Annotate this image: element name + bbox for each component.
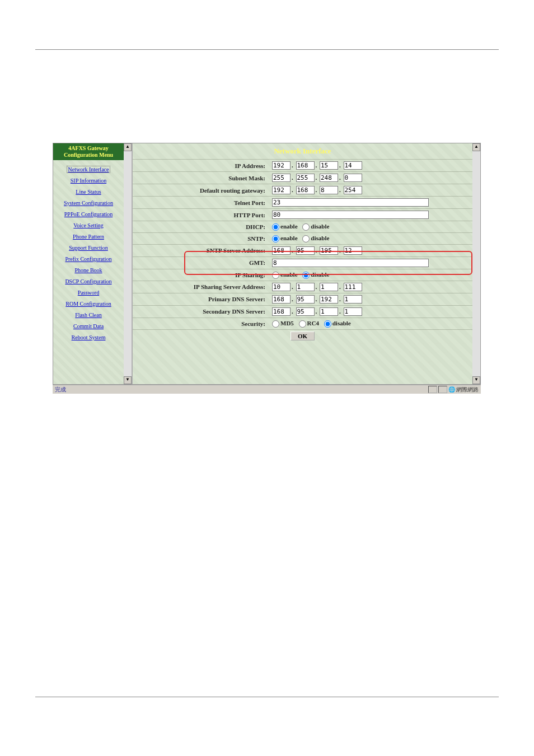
pdns-octet-4[interactable]: [344, 295, 362, 304]
status-cell: [438, 386, 447, 393]
status-left: 完成: [55, 386, 66, 394]
sntp-octet-1[interactable]: [272, 246, 291, 255]
sntp-octet-2[interactable]: [296, 246, 315, 255]
sidebar-item-pppoe-configuration[interactable]: PPPoE Configuration: [53, 211, 124, 217]
sidebar-link[interactable]: Phone Book: [74, 267, 102, 273]
sidebar-item-support-function[interactable]: Support Function: [53, 245, 124, 251]
sidebar-item-password[interactable]: Password: [53, 290, 124, 296]
ipshare-octet-3[interactable]: [320, 283, 338, 291]
sidebar-item-commit-data[interactable]: Commit Data: [53, 323, 124, 329]
scroll-down-icon[interactable]: ▼: [124, 376, 132, 384]
security-md5-radio[interactable]: [272, 320, 279, 328]
gateway-octet-2[interactable]: [296, 186, 315, 194]
sntp-octet-3[interactable]: [320, 246, 338, 255]
sntp-enable-radio[interactable]: [272, 235, 279, 242]
globe-icon: 🌐: [448, 386, 455, 393]
ip-sharing-label: IP Sharing:: [133, 269, 270, 281]
sidebar-item-dscp-configuration[interactable]: DSCP Configuration: [53, 278, 124, 284]
sdns-octet-1[interactable]: [272, 307, 291, 316]
sidebar-item-network-interface[interactable]: Network Interface: [53, 166, 124, 172]
sidebar-link[interactable]: Flash Clean: [75, 312, 102, 318]
sidebar-header: 4AFXS Gateway Configuration Menu: [53, 143, 124, 160]
ip-address-octet-3[interactable]: [320, 161, 338, 170]
sntp-octet-4[interactable]: [344, 246, 362, 255]
status-cell: [428, 386, 437, 393]
sidebar-link[interactable]: ROM Configuration: [65, 301, 111, 307]
ipshare-octet-1[interactable]: [272, 283, 291, 291]
gateway-octet-4[interactable]: [344, 186, 362, 194]
sidebar-link[interactable]: Support Function: [69, 245, 108, 251]
pdns-octet-3[interactable]: [320, 295, 338, 304]
gateway-octet-1[interactable]: [272, 186, 291, 194]
main-scrollbar[interactable]: ▲ ▼: [472, 143, 480, 384]
sidebar-link[interactable]: DSCP Configuration: [65, 278, 111, 284]
ip-sharing-enable-radio[interactable]: [272, 272, 279, 279]
dhcp-enable-radio[interactable]: [272, 223, 279, 231]
scroll-down-icon[interactable]: ▼: [472, 376, 480, 384]
security-disable-text: disable: [332, 320, 351, 326]
http-port-input[interactable]: [272, 211, 429, 219]
sidebar-item-line-status[interactable]: Line Status: [53, 189, 124, 195]
sntp-enable-text: enable: [280, 235, 298, 241]
sidebar-item-sip-information[interactable]: SIP Information: [53, 178, 124, 184]
ipshare-octet-2[interactable]: [296, 283, 315, 291]
telnet-port-input[interactable]: [272, 198, 429, 207]
security-rc4-radio[interactable]: [299, 320, 306, 328]
scroll-up-icon[interactable]: ▲: [124, 143, 132, 151]
sidebar-item-reboot-system[interactable]: Reboot System: [53, 334, 124, 340]
subnet-octet-1[interactable]: [272, 174, 291, 182]
sidebar-link[interactable]: PPPoE Configuration: [64, 211, 113, 217]
security-md5-text: MD5: [280, 320, 294, 326]
security-disable-radio[interactable]: [324, 320, 331, 328]
sidebar-link[interactable]: System Configuration: [64, 200, 113, 206]
sidebar-item-rom-configuration[interactable]: ROM Configuration: [53, 301, 124, 307]
ok-button[interactable]: OK: [291, 332, 315, 340]
ip-address-octet-4[interactable]: [344, 161, 362, 170]
sidebar-item-system-configuration[interactable]: System Configuration: [53, 200, 124, 206]
sidebar-link[interactable]: Prefix Configuration: [65, 256, 111, 262]
dhcp-disable-radio[interactable]: [302, 223, 310, 231]
subnet-mask-label: Subnet Mask:: [133, 172, 270, 184]
gmt-label: GMT:: [133, 256, 270, 269]
sidebar-item-voice-setting[interactable]: Voice Setting: [53, 222, 124, 228]
sidebar-link[interactable]: Phone Pattern: [73, 234, 104, 240]
subnet-octet-2[interactable]: [296, 174, 315, 182]
sidebar: ▲ ▼ 4AFXS Gateway Configuration Menu Net…: [53, 143, 133, 384]
ip-sharing-disable-radio[interactable]: [302, 272, 310, 279]
subnet-octet-4[interactable]: [344, 174, 362, 182]
sidebar-link[interactable]: Reboot System: [72, 334, 106, 340]
dhcp-enable-text: enable: [280, 223, 298, 230]
ip-sharing-server-label: IP Sharing Server Address:: [133, 281, 270, 293]
sidebar-title-2: Configuration Menu: [64, 152, 113, 158]
scroll-up-icon[interactable]: ▲: [472, 143, 480, 151]
sidebar-item-flash-clean[interactable]: Flash Clean: [53, 312, 124, 318]
ipshare-octet-4[interactable]: [344, 283, 362, 291]
main-panel: ▲ ▼ Network Interface IP Address: . . . …: [133, 143, 480, 384]
sidebar-scrollbar[interactable]: ▲ ▼: [124, 143, 132, 384]
ip-sharing-disable-text: disable: [311, 271, 329, 278]
ip-address-octet-2[interactable]: [296, 161, 315, 170]
sidebar-link[interactable]: Password: [78, 290, 99, 296]
sidebar-item-prefix-configuration[interactable]: Prefix Configuration: [53, 256, 124, 262]
ip-address-octet-1[interactable]: [272, 161, 291, 170]
sidebar-item-phone-pattern[interactable]: Phone Pattern: [53, 234, 124, 240]
status-bar: 完成 🌐 網際網路: [53, 385, 481, 394]
sdns-octet-4[interactable]: [344, 307, 362, 316]
gateway-octet-3[interactable]: [320, 186, 338, 194]
security-rc4-text: RC4: [307, 320, 319, 326]
sidebar-link[interactable]: Network Interface: [67, 166, 109, 172]
pdns-octet-1[interactable]: [272, 295, 291, 304]
app-window: ▲ ▼ 4AFXS Gateway Configuration Menu Net…: [53, 143, 481, 385]
ip-sharing-enable-text: enable: [280, 271, 298, 278]
gmt-input[interactable]: [272, 259, 429, 267]
sdns-octet-2[interactable]: [296, 307, 315, 316]
sidebar-link[interactable]: Voice Setting: [73, 222, 103, 228]
sidebar-link[interactable]: Line Status: [76, 189, 101, 195]
sdns-octet-3[interactable]: [320, 307, 338, 316]
sntp-disable-radio[interactable]: [302, 235, 310, 242]
sidebar-link[interactable]: Commit Data: [73, 323, 104, 329]
sidebar-link[interactable]: SIP Information: [71, 178, 106, 184]
subnet-octet-3[interactable]: [320, 174, 338, 182]
pdns-octet-2[interactable]: [296, 295, 315, 304]
sidebar-item-phone-book[interactable]: Phone Book: [53, 267, 124, 273]
